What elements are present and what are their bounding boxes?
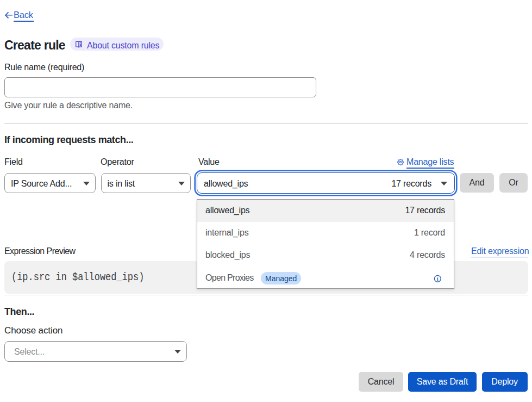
svg-text:i: i <box>437 276 439 282</box>
